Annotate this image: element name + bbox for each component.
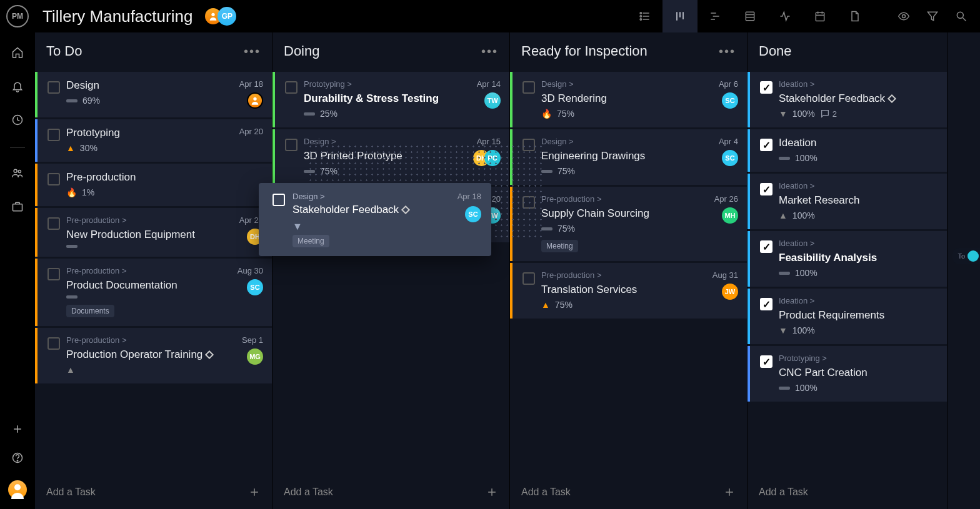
task-card[interactable]: Design > Engineering Drawings 75% Apr 4 … (510, 129, 747, 185)
svg-point-0 (212, 13, 215, 16)
projects-icon[interactable] (11, 200, 24, 215)
file-view-icon[interactable] (838, 0, 872, 32)
task-checkbox[interactable]: ✓ (760, 298, 772, 310)
calendar-view-icon[interactable] (802, 0, 838, 32)
team-icon[interactable] (11, 167, 24, 182)
column-body[interactable]: ✓ Ideation > Stakeholder Feedback ▼100%2… (748, 70, 947, 475)
add-task-button[interactable]: Add a Task (35, 475, 272, 509)
avatar[interactable]: SC (465, 206, 481, 222)
avatar[interactable]: SC (247, 279, 263, 295)
list-view-icon[interactable] (628, 0, 662, 32)
card-stripe (510, 263, 512, 319)
board-view-icon[interactable] (662, 0, 698, 32)
view-switcher (628, 0, 872, 32)
task-checkbox[interactable] (48, 129, 60, 141)
add-task-button[interactable]: Add a Task (510, 475, 747, 509)
card-meta: 🔥75% (541, 109, 696, 119)
task-checkbox[interactable] (522, 272, 535, 285)
avatar[interactable]: JW (722, 284, 738, 300)
plus-icon (248, 486, 261, 498)
task-card[interactable]: Design > 3D Rendering 🔥75% Apr 6 SC (510, 72, 747, 127)
dragging-card[interactable]: Design > Stakeholder Feedback ▼ Meeting … (259, 183, 491, 256)
progress-icon (779, 387, 790, 390)
sheet-view-icon[interactable] (732, 0, 768, 32)
notifications-icon[interactable] (11, 80, 24, 95)
card-meta: 75% (541, 166, 696, 176)
task-checkbox[interactable]: ✓ (760, 139, 772, 151)
task-checkbox[interactable]: ✓ (760, 240, 772, 253)
logo-icon[interactable]: PM (6, 5, 29, 27)
avatar[interactable]: SC (722, 150, 738, 166)
card-date: Aug 30 (238, 266, 263, 275)
topbar: PM Tillery Manufacturing GP (0, 0, 980, 32)
task-card[interactable]: Pre-production 🔥1% (35, 164, 272, 206)
task-checkbox[interactable] (48, 217, 60, 230)
svg-point-4 (640, 12, 642, 14)
task-card[interactable]: Pre-production > Supply Chain Sourcing 7… (510, 187, 747, 261)
current-user-avatar[interactable] (8, 480, 27, 499)
avatar[interactable]: MH (722, 207, 738, 224)
plus-icon (723, 486, 736, 498)
card-breadcrumb: Pre-production > (66, 335, 221, 345)
column-menu-icon[interactable]: ••• (244, 44, 261, 59)
task-card[interactable]: Prototyping > Durability & Stress Testin… (272, 72, 509, 127)
search-icon[interactable] (955, 10, 968, 22)
card-breadcrumb: Prototyping > (779, 353, 896, 363)
task-checkbox[interactable]: ✓ (760, 81, 772, 94)
task-checkbox[interactable] (48, 173, 60, 185)
filter-icon[interactable] (926, 10, 939, 22)
column-body[interactable]: Design > 3D Rendering 🔥75% Apr 6 SC Desi… (510, 70, 747, 475)
priority-flame-icon: 🔥 (66, 187, 77, 197)
add-task-button[interactable]: Add a Task (748, 475, 947, 509)
column-title: Ready for Inspection (521, 43, 648, 59)
task-checkbox[interactable] (48, 337, 60, 350)
visibility-icon[interactable] (898, 10, 910, 22)
task-checkbox[interactable]: ✓ (760, 183, 772, 195)
column-body[interactable]: Prototyping > Durability & Stress Testin… (272, 70, 509, 475)
task-checkbox[interactable] (285, 139, 298, 151)
column-menu-icon[interactable]: ••• (719, 44, 736, 59)
column-body[interactable]: Design 69% Apr 18 Prototyping ▲30% Apr 2… (35, 70, 272, 475)
card-meta: 25% (304, 109, 458, 119)
board-column: Ready for Inspection ••• Design > 3D Ren… (510, 32, 748, 509)
task-checkbox[interactable] (522, 81, 535, 94)
task-card[interactable]: ✓ Ideation > Market Research ▲100% (748, 174, 947, 229)
add-icon[interactable] (11, 423, 24, 438)
task-card[interactable]: ✓ Ideation > Feasibility Analysis 100% (748, 231, 947, 287)
avatar[interactable]: SC (722, 92, 738, 109)
task-card[interactable]: ✓ Prototyping > CNC Part Creation 100% (748, 346, 947, 402)
task-card[interactable]: ✓ Ideation 100% (748, 129, 947, 172)
avatar[interactable]: TW (484, 92, 501, 109)
column-menu-icon[interactable]: ••• (481, 44, 498, 59)
activity-view-icon[interactable] (768, 0, 802, 32)
home-icon[interactable] (11, 46, 24, 61)
task-checkbox[interactable] (285, 81, 298, 94)
today-badge[interactable]: To (952, 248, 980, 264)
avatar-gp[interactable]: GP (218, 7, 236, 26)
task-card[interactable]: Prototyping ▲30% Apr 20 (35, 119, 272, 162)
task-card[interactable]: ✓ Ideation > Product Requirements ▼100% (748, 289, 947, 344)
card-breadcrumb: Ideation > (779, 296, 896, 305)
task-checkbox[interactable]: ✓ (760, 355, 772, 368)
member-avatars[interactable]: GP (204, 7, 236, 26)
task-checkbox[interactable] (272, 194, 285, 206)
progress-icon (779, 157, 790, 160)
task-card[interactable]: Pre-production > Translation Services ▲7… (510, 263, 747, 319)
avatar[interactable] (247, 92, 263, 109)
task-card[interactable]: Pre-production > Production Operator Tra… (35, 328, 272, 383)
avatar[interactable]: MG (247, 348, 263, 365)
help-icon[interactable] (11, 452, 24, 467)
card-stripe (748, 346, 750, 402)
task-card[interactable]: Pre-production > Product Documentation D… (35, 259, 272, 326)
gantt-view-icon[interactable] (698, 0, 732, 32)
task-checkbox[interactable] (48, 268, 60, 280)
task-checkbox[interactable] (48, 81, 60, 94)
recent-icon[interactable] (11, 114, 24, 129)
main: To Do ••• Design 69% Apr 18 Prototyping (0, 32, 980, 509)
task-card[interactable]: ✓ Ideation > Stakeholder Feedback ▼100%2 (748, 72, 947, 127)
add-task-button[interactable]: Add a Task (272, 475, 509, 509)
task-card[interactable]: Design 69% Apr 18 (35, 72, 272, 117)
milestone-icon (401, 205, 410, 214)
task-card[interactable]: Pre-production > New Production Equipmen… (35, 208, 272, 257)
comment-count: 2 (820, 109, 837, 119)
